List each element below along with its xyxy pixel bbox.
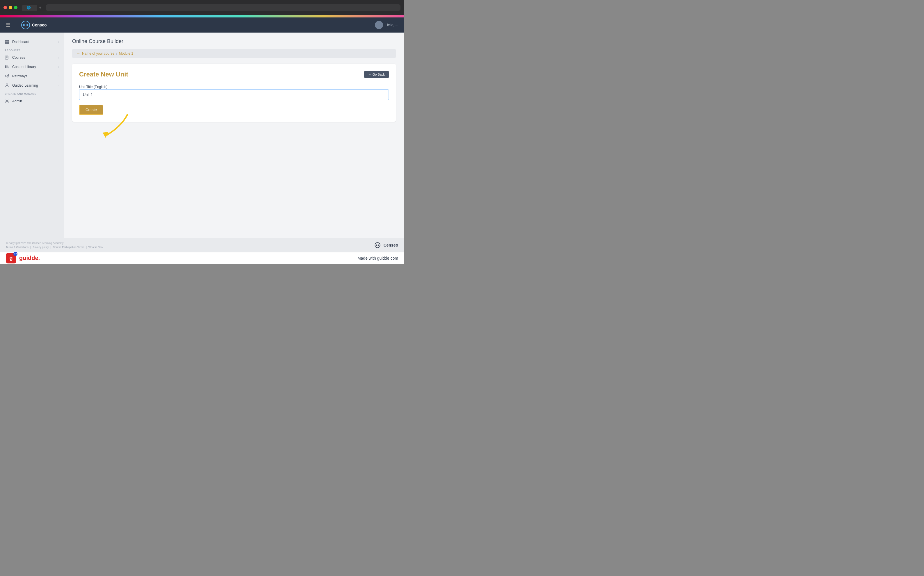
chevron-right-icon: › [58,40,59,43]
svg-rect-8 [5,66,6,68]
chevron-right-icon: › [58,100,59,103]
logo-text: Censeo [32,23,47,27]
svg-point-17 [376,245,377,246]
go-back-label: Go Back [373,73,385,76]
guidde-logo-text: guidde. [19,255,40,261]
svg-point-2 [26,24,28,26]
svg-point-1 [23,24,25,26]
gradient-bar [0,15,404,18]
minimize-button[interactable] [9,6,12,9]
svg-rect-9 [7,66,8,68]
user-avatar [375,21,383,29]
svg-point-11 [8,74,9,75]
chevron-right-icon: › [58,84,59,87]
svg-point-10 [5,75,6,77]
footer-censeo-logo: Censeo [374,242,398,249]
close-button[interactable] [3,6,7,9]
go-back-button[interactable]: ← Go Back [364,71,389,78]
unit-title-input[interactable] [79,89,389,100]
sidebar-item-admin[interactable]: Admin › [0,96,64,106]
grid-icon [5,40,9,44]
section-create-label: CREATE AND MANAGE [0,90,64,96]
sidebar-item-pathways[interactable]: Pathways › [0,72,64,81]
sidebar-label-courses: Courses [12,56,56,59]
guidde-badge-letter: g [10,255,13,261]
form-header: Create New Unit ← Go Back [79,70,389,78]
footer-left: © Copyright 2023 The Censeo Learning Aca… [6,242,103,249]
censeo-logo-icon [21,20,30,30]
fullscreen-button[interactable] [14,6,18,9]
sidebar-item-content-library[interactable]: Content Library › [0,62,64,72]
svg-rect-7 [7,42,9,44]
sidebar-item-courses[interactable]: Courses › [0,53,64,62]
chevron-right-icon: › [58,75,59,78]
hamburger-menu[interactable]: ☰ [6,22,10,28]
guidde-bar: g 13 guidde. Made with guidde.com [0,252,404,264]
sidebar-label-content-library: Content Library [12,65,56,69]
sidebar-item-guided-learning[interactable]: Guided Learning › [0,81,64,90]
create-unit-title: Create New Unit [79,70,128,78]
app-body: Dashboard › PRODUCTS Courses › Content L… [0,32,404,238]
svg-point-13 [6,84,8,85]
sidebar-label-dashboard: Dashboard [12,40,56,44]
app-footer: © Copyright 2023 The Censeo Learning Aca… [0,238,404,252]
svg-point-18 [378,245,380,246]
guidde-badge-count: 13 [13,252,18,256]
footer-participation-link[interactable]: Course Participation Terms [53,246,84,249]
settings-icon [5,99,9,104]
create-button[interactable]: Create [79,105,103,115]
app-header: ☰ Censeo Hello, ... [0,18,404,32]
svg-rect-6 [5,42,7,44]
svg-point-12 [8,77,9,78]
breadcrumb-course-link[interactable]: Name of your course [82,51,114,56]
chevron-right-icon: › [58,56,59,59]
sidebar-label-pathways: Pathways [12,74,56,78]
tab-bar: 🌐 + [22,5,41,11]
svg-rect-4 [5,40,7,42]
tab-favicon: 🌐 [27,6,31,10]
user-name: Hello, ... [385,23,398,27]
path-icon [5,74,9,78]
go-back-arrow-icon: ← [368,73,372,76]
breadcrumb-module: Module 1 [119,51,133,56]
header-right: Hello, ... [375,21,398,29]
book-icon [5,55,9,60]
library-icon [5,64,9,69]
svg-rect-5 [7,40,9,42]
footer-privacy-link[interactable]: Privacy policy [32,246,48,249]
page-title: Online Course Builder [72,38,396,45]
guidde-left: g 13 guidde. [6,253,40,264]
footer-copyright: © Copyright 2023 The Censeo Learning Aca… [6,242,103,245]
footer-censeo-icon [374,242,381,249]
address-bar[interactable] [46,4,400,11]
logo-container: Censeo [15,18,53,32]
breadcrumb: ← Name of your course / Module 1 [72,49,396,58]
browser-tab[interactable]: 🌐 [22,5,37,11]
main-content: Online Course Builder ← Name of your cou… [64,32,404,238]
sidebar: Dashboard › PRODUCTS Courses › Content L… [0,32,64,238]
create-unit-form: Create New Unit ← Go Back Unit Title (En… [72,64,396,122]
browser-chrome: 🌐 + [0,0,404,15]
footer-terms-link[interactable]: Terms & Conditions [6,246,29,249]
breadcrumb-separator: / [116,51,117,56]
unit-title-label: Unit Title (English) [79,85,107,89]
breadcrumb-back-arrow: ← [77,51,80,56]
svg-point-14 [6,101,8,102]
sidebar-label-admin: Admin [12,99,56,103]
new-tab-button[interactable]: + [39,5,41,10]
guide-icon [5,83,9,88]
footer-new-link[interactable]: What is New [88,246,103,249]
footer-links: Terms & Conditions | Privacy policy | Co… [6,246,103,249]
traffic-lights [3,6,18,9]
chevron-right-icon: › [58,66,59,69]
section-products-label: PRODUCTS [0,46,64,53]
sidebar-item-dashboard[interactable]: Dashboard › [0,37,64,46]
footer-logo-text: Censeo [383,243,398,248]
guidde-tagline: Made with guidde.com [357,256,398,261]
guidde-badge: g 13 [6,253,16,264]
sidebar-label-guided-learning: Guided Learning [12,83,56,88]
svg-marker-15 [102,132,109,138]
